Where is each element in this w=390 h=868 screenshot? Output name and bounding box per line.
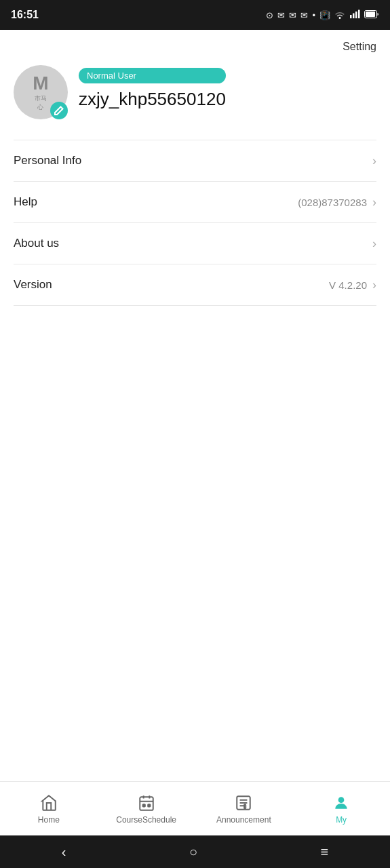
chevron-icon-personal-info: ›: [372, 155, 376, 167]
battery-icon: [364, 10, 379, 20]
nav-label-my: My: [336, 815, 347, 825]
svg-rect-8: [148, 804, 150, 806]
nav-item-my[interactable]: My: [292, 793, 390, 825]
menu-item-help[interactable]: Help (028)87370283 ›: [14, 182, 376, 223]
setting-row: Setting: [0, 30, 390, 58]
menu-right-personal-info: ›: [372, 155, 376, 167]
avatar-wrapper[interactable]: M 市马心: [14, 65, 68, 119]
main-content: Setting M 市马心 Normal User zxjy_khp556501…: [0, 30, 390, 781]
signal-icon: [349, 9, 360, 21]
svg-rect-5: [366, 12, 375, 17]
menu-item-personal-info[interactable]: Personal Info ›: [14, 140, 376, 182]
nav-item-course-schedule[interactable]: CourseSchedule: [98, 793, 195, 825]
svg-rect-10: [244, 804, 246, 809]
svg-rect-3: [358, 9, 360, 18]
mail-icon-3: ✉: [300, 10, 308, 20]
vibrate-icon: 📳: [319, 10, 330, 20]
nav-item-home[interactable]: Home: [0, 793, 98, 825]
username: zxjy_khp55650120: [79, 89, 226, 110]
course-schedule-icon: [137, 793, 156, 812]
status-icons: ⊙ ✉ ✉ ✉ • 📳: [266, 9, 379, 21]
svg-rect-6: [140, 797, 153, 810]
avatar-letter: M: [33, 73, 48, 94]
sys-home-button[interactable]: ○: [176, 839, 211, 865]
menu-label-version: Version: [14, 278, 52, 292]
help-phone: (028)87370283: [298, 197, 367, 208]
dot-icon: •: [312, 10, 315, 20]
wifi-icon: [334, 9, 345, 21]
sys-nav: ‹ ○ ≡: [0, 835, 390, 868]
menu-item-about[interactable]: About us ›: [14, 223, 376, 264]
menu-right-help: (028)87370283 ›: [298, 196, 376, 208]
version-value: V 4.2.20: [329, 279, 367, 291]
menu-right-version: V 4.2.20 ›: [329, 279, 376, 291]
sys-menu-button[interactable]: ≡: [307, 839, 343, 865]
profile-info: Normal User zxjy_khp55650120: [79, 65, 226, 110]
user-badge: Normal User: [79, 68, 226, 83]
svg-point-11: [338, 797, 345, 803]
nav-label-home: Home: [38, 815, 60, 825]
status-time: 16:51: [11, 9, 39, 21]
profile-section: M 市马心 Normal User zxjy_khp55650120: [0, 58, 390, 140]
mail-icon-1: ✉: [277, 10, 285, 20]
edit-avatar-button[interactable]: [50, 102, 68, 119]
sys-back-button[interactable]: ‹: [48, 839, 80, 865]
home-icon: [39, 793, 58, 812]
setting-link[interactable]: Setting: [343, 41, 376, 53]
nav-label-announcement: Announcement: [216, 815, 271, 825]
nav-item-announcement[interactable]: Announcement: [195, 793, 293, 825]
menu-item-version[interactable]: Version V 4.2.20 ›: [14, 264, 376, 306]
chevron-icon-help: ›: [372, 196, 376, 208]
menu-right-about: ›: [372, 237, 376, 250]
menu-label-help: Help: [14, 195, 37, 209]
menu-label-about: About us: [14, 237, 59, 250]
task-icon: ⊙: [266, 10, 273, 20]
avatar-sub-text: 市马心: [35, 94, 47, 112]
chevron-icon-about: ›: [372, 237, 376, 250]
mail-icon-2: ✉: [289, 10, 296, 20]
chevron-icon-version: ›: [372, 279, 376, 291]
my-icon: [332, 793, 351, 812]
nav-label-course-schedule: CourseSchedule: [116, 815, 176, 825]
menu-label-personal-info: Personal Info: [14, 154, 81, 167]
announcement-icon: [234, 793, 253, 812]
svg-rect-0: [350, 15, 352, 18]
status-bar: 16:51 ⊙ ✉ ✉ ✉ • 📳: [0, 0, 390, 30]
bottom-nav: Home CourseSchedule Announcement: [0, 781, 390, 835]
menu-list: Personal Info › Help (028)87370283 › Abo…: [0, 140, 390, 306]
svg-rect-7: [142, 804, 144, 806]
svg-rect-2: [355, 12, 357, 18]
svg-rect-1: [353, 13, 355, 18]
